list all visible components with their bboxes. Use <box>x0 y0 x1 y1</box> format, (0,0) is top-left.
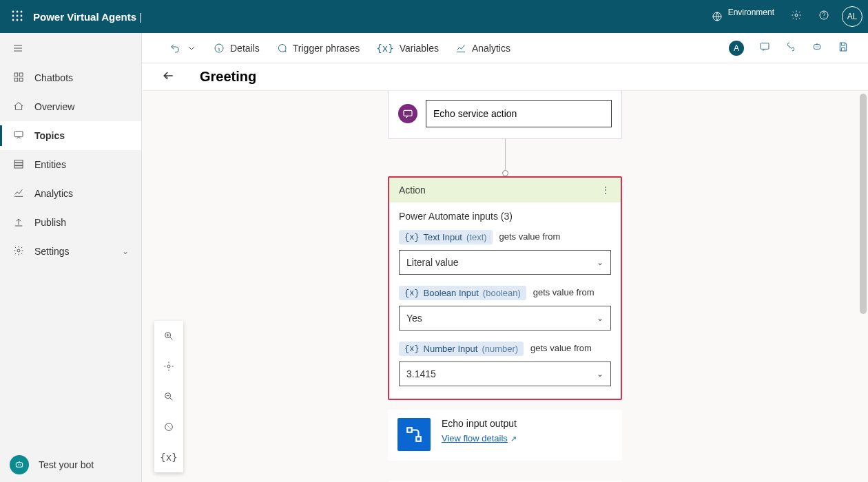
svg-rect-19 <box>14 163 23 165</box>
text-input-value-select[interactable]: Literal value ⌄ <box>399 250 611 275</box>
fit-to-screen-button[interactable] <box>154 351 183 381</box>
nav-item-settings[interactable]: Settings ⌄ <box>0 237 141 266</box>
svg-rect-14 <box>19 73 23 76</box>
nav-item-overview[interactable]: Overview <box>0 92 141 121</box>
product-name: Power Virtual Agents <box>29 11 136 23</box>
scrollbar-thumb[interactable] <box>860 94 867 314</box>
trigger-phrases-tab[interactable]: Trigger phrases <box>268 39 369 58</box>
chevron-down-icon: ⌄ <box>597 313 603 323</box>
app-launcher-icon[interactable] <box>6 10 29 23</box>
number-input-value-select[interactable]: 3.1415 ⌄ <box>399 362 611 386</box>
nav-item-chatbots[interactable]: Chatbots <box>0 63 141 92</box>
topic-checker-icon[interactable] <box>785 41 796 55</box>
details-tab[interactable]: Details <box>205 39 268 58</box>
analytics-icon <box>455 43 466 54</box>
bot-icon[interactable] <box>812 41 823 55</box>
chevron-down-icon: ⌄ <box>122 247 129 256</box>
nav-collapse-icon[interactable] <box>0 33 141 63</box>
analytics-icon <box>12 187 25 200</box>
publish-icon <box>12 216 25 229</box>
test-your-bot-button[interactable]: Test your bot <box>0 448 141 482</box>
chevron-down-icon: ⌄ <box>597 258 603 267</box>
boolean-input-value-select[interactable]: Yes ⌄ <box>399 306 611 331</box>
zoom-out-button[interactable] <box>154 381 183 412</box>
environment-label: Environment <box>728 8 774 17</box>
minimap-button[interactable] <box>154 412 183 442</box>
nav-item-analytics[interactable]: Analytics <box>0 179 141 208</box>
undo-button[interactable] <box>161 39 183 58</box>
svg-rect-18 <box>14 160 23 162</box>
variable-pill[interactable]: {x} Text Input (text) <box>399 230 493 244</box>
message-icon <box>398 104 417 123</box>
add-node-handle[interactable] <box>502 170 508 176</box>
comment-icon[interactable] <box>759 41 770 55</box>
info-icon <box>214 43 225 54</box>
nav-label: Publish <box>34 217 66 228</box>
inputs-section-title: Power Automate inputs (3) <box>399 211 611 222</box>
authoring-canvas[interactable]: Action ⋮ Power Automate inputs (3) {x} T… <box>142 91 868 482</box>
overview-icon <box>12 101 25 114</box>
back-arrow-icon[interactable] <box>161 69 175 85</box>
environment-picker[interactable]: Environment <box>712 11 783 22</box>
action-name-input[interactable] <box>426 100 612 127</box>
zoom-in-button[interactable] <box>154 321 183 351</box>
svg-rect-20 <box>14 165 23 167</box>
settings-gear-icon[interactable] <box>783 10 810 23</box>
variable-icon: {x} <box>404 233 420 242</box>
svg-point-6 <box>12 19 14 21</box>
variables-panel-button[interactable]: {x} <box>154 442 183 472</box>
svg-point-7 <box>17 19 19 21</box>
card-menu-icon[interactable]: ⋮ <box>601 185 611 196</box>
external-link-icon: ↗ <box>510 434 517 443</box>
nav-label: Overview <box>34 101 74 112</box>
analytics-tab[interactable]: Analytics <box>447 39 519 58</box>
help-icon[interactable] <box>810 10 838 23</box>
svg-point-10 <box>795 14 798 17</box>
command-bar: Details Trigger phrases {x} Variables An… <box>142 33 868 63</box>
undo-dropdown[interactable] <box>183 39 205 58</box>
page-title: Greeting <box>200 69 256 85</box>
nav-label: Chatbots <box>34 72 73 83</box>
nav-label: Analytics <box>34 188 73 199</box>
input-row-number: {x} Number Input (number) gets value fro… <box>399 342 611 386</box>
svg-point-4 <box>17 14 19 17</box>
nav-label: Entities <box>34 159 66 170</box>
view-flow-details-link[interactable]: View flow details↗ <box>442 433 517 443</box>
svg-point-24 <box>20 464 21 465</box>
svg-point-2 <box>21 10 23 12</box>
save-icon[interactable] <box>838 41 849 55</box>
user-avatar[interactable]: AL <box>842 6 862 27</box>
variable-pill[interactable]: {x} Number Input (number) <box>399 342 524 356</box>
input-row-boolean: {x} Boolean Input (boolean) gets value f… <box>399 286 611 331</box>
svg-rect-17 <box>14 131 23 136</box>
svg-point-29 <box>818 46 818 47</box>
previous-node-peek[interactable] <box>388 91 622 139</box>
flow-detail-card[interactable]: Echo input output View flow details↗ <box>388 410 622 461</box>
presence-avatar[interactable]: A <box>729 41 744 56</box>
nav-item-entities[interactable]: Entities <box>0 150 141 179</box>
svg-rect-27 <box>814 44 820 49</box>
svg-point-34 <box>167 365 170 368</box>
nav-item-publish[interactable]: Publish <box>0 208 141 237</box>
globe-icon <box>712 11 723 22</box>
entities-icon <box>12 158 25 171</box>
topics-icon <box>12 129 25 143</box>
svg-rect-15 <box>14 78 18 81</box>
flow-column: Action ⋮ Power Automate inputs (3) {x} T… <box>388 91 622 482</box>
svg-point-23 <box>18 464 19 465</box>
action-card[interactable]: Action ⋮ Power Automate inputs (3) {x} T… <box>388 176 622 400</box>
svg-point-5 <box>21 14 23 17</box>
bot-icon <box>10 455 29 474</box>
svg-rect-31 <box>407 428 412 432</box>
canvas-scrollbar[interactable] <box>860 94 867 479</box>
svg-rect-16 <box>19 78 23 81</box>
variables-tab[interactable]: {x} Variables <box>368 39 447 58</box>
nav-item-topics[interactable]: Topics <box>0 121 141 150</box>
variable-pill[interactable]: {x} Boolean Input (boolean) <box>399 286 526 300</box>
svg-point-21 <box>17 249 20 252</box>
svg-point-12 <box>824 17 825 18</box>
action-card-header: Action ⋮ <box>389 178 621 202</box>
flow-name: Echo input output <box>442 418 517 429</box>
svg-point-28 <box>816 46 816 47</box>
connector-line <box>505 139 506 174</box>
